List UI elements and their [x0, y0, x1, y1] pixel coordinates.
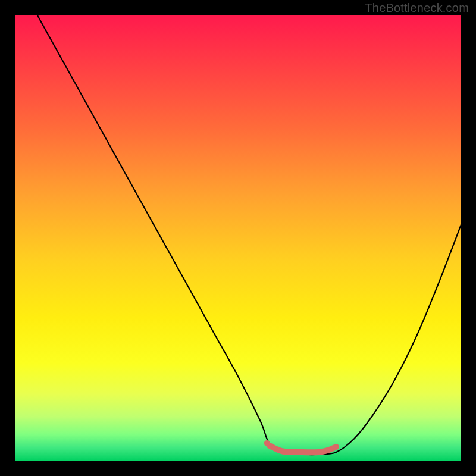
- optimal-dot: [264, 440, 270, 446]
- chart-curve: [37, 15, 462, 455]
- credit-label: TheBottleneck.com: [365, 1, 469, 15]
- optimal-band: [270, 446, 337, 453]
- chart-frame: TheBottleneck.com: [0, 0, 476, 476]
- plot-area: [15, 15, 461, 461]
- chart-svg: [15, 15, 461, 461]
